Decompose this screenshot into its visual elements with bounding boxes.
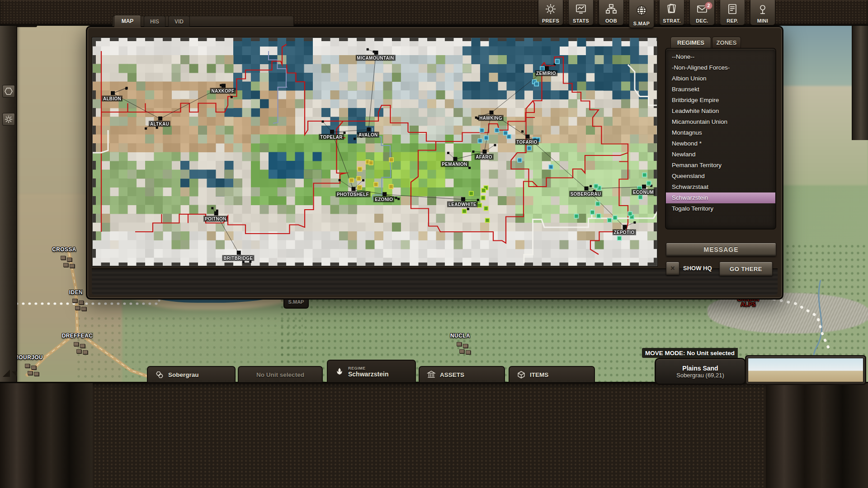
view-tab-map[interactable]: MAP [114,15,141,27]
toolbar-button-label: MINI [757,18,768,23]
tab-label: ASSETS [440,371,464,378]
tab-label: Sobergrau [168,371,199,378]
tab-label: Schwarzstein [348,371,388,377]
regime-list-item[interactable]: Newbond * [666,138,775,149]
toolbar-button-smap[interactable]: S.MAP [629,0,654,28]
show-hq-checkbox[interactable]: × [666,262,679,275]
report-icon [726,0,738,18]
regime-list-item[interactable]: Pemanan Territory [666,160,775,171]
toolbar-button-label: S.MAP [633,21,650,26]
strategic-map-window: MICAMOUNTAINALBIONNAXKOPFALTKAUTOPELARAV… [86,26,783,300]
hex-terrain: Plains Sand [682,365,718,372]
crate-icon [517,370,526,379]
toolbar-button-rep[interactable]: REP. [720,0,745,25]
view-tab-vid[interactable]: VID [168,16,190,27]
main-toolbar: PREFSSTATSOOBS.MAPSTRAT.DEC.2REP.MINI [538,0,775,28]
map-label-photoshelf[interactable]: PHOTOSHELF [335,191,370,197]
regime-list-item[interactable]: Montagnus [666,127,775,138]
globe-icon [636,0,647,21]
regime-list-item[interactable]: Micamountain Union [666,117,775,127]
hex-grid-toggle-button[interactable] [2,85,15,98]
map-label-zemirio[interactable]: ZEMIRIO [535,70,557,76]
map-label-albion[interactable]: ALBION [102,95,123,101]
map-label-zepotio[interactable]: ZEPOTIO [613,229,636,235]
scroll-corner-arrow[interactable] [12,371,17,377]
machinery-decor [0,383,93,488]
bottom-tab-items[interactable]: ITEMS [509,366,595,382]
toolbar-button-dec[interactable]: DEC.2 [689,0,715,25]
terrain-preview-image [748,358,863,382]
tab-regimes[interactable]: REGIMES [670,37,711,48]
regime-list-item[interactable]: Schwarzstein [666,192,775,203]
regime-list: --None---Non-Aligned Forces-Albion Union… [665,48,776,230]
scroll-corner-arrow[interactable] [3,370,10,377]
toolbar-button-stats[interactable]: STATS [568,0,594,25]
toolbar-button-prefs[interactable]: PREFS [538,0,563,25]
regime-list-item[interactable]: --None-- [666,52,775,62]
map-label-sobergrau[interactable]: SOBERGRAU [569,191,603,197]
map-settings-button[interactable] [2,113,15,126]
world-label-iden: IDEN [69,289,83,296]
hexagon-icon [5,87,13,95]
regime-list-item[interactable]: Albion Union [666,73,775,84]
toolbar-button-label: DEC. [696,18,708,23]
hex-location: Sobergrau (69,21) [676,372,724,379]
cards-icon [666,0,678,18]
map-label-britbridge[interactable]: BRITBRIDGE [222,255,254,261]
bottom-tab-schwarzstein[interactable]: REGIMESchwarzstein [327,360,416,382]
map-label-avalon[interactable]: AVALON [357,132,379,138]
tab-label: ITEMS [530,371,548,378]
tab-label: No Unit selected [256,371,304,378]
map-label-leadwhite[interactable]: LEADWHITE [447,202,478,207]
toolbar-button-label: REP. [726,18,738,23]
right-toolbar-rail [852,25,868,140]
toolbar-button-label: STATS [573,18,589,23]
world-label-nucla: NUCLA [450,333,470,339]
toolbar-button-mini[interactable]: MINI [750,0,775,25]
go-there-button[interactable]: GO THERE [719,262,773,276]
toolbar-button-label: OOB [605,18,617,23]
hex-info-plate: Plains Sand Sobergrau (69,21) [655,358,746,385]
map-label-naxkopf[interactable]: NAXKOPF [210,88,236,94]
world-label-mourjou: MOURJOU [14,354,43,361]
bank-icon [427,370,436,379]
toolbar-button-oob[interactable]: OOB [599,0,624,25]
map-label-econum[interactable]: ECONUM [632,189,655,195]
gear-icon [5,115,13,123]
regime-list-item[interactable]: Togalo Territory [666,203,775,214]
view-tab-his[interactable]: HIS [144,16,165,27]
toolbar-button-strat[interactable]: STRAT. [659,0,684,25]
world-label-dreffeac: DREFFEAC [62,333,93,339]
regime-list-item[interactable]: -Non-Aligned Forces- [666,62,775,73]
toolbar-button-label: PREFS [542,18,559,23]
org-chart-icon [605,0,617,18]
regime-list-item[interactable]: Newland [666,149,775,160]
regime-list-item[interactable]: Braunsekt [666,84,775,95]
tab-zones[interactable]: ZONES [712,37,741,48]
map-label-pemanion[interactable]: PEMANION [440,161,468,167]
map-label-altkau[interactable]: ALTKAU [149,121,170,127]
map-label-afaro[interactable]: AFARO [474,154,494,160]
gear-icon [545,0,557,18]
world-label-crossa: CROSSA [52,246,76,253]
regime-list-item[interactable]: Leadwhite Nation [666,106,775,117]
bottom-tab-sobergrau[interactable]: Sobergrau [147,366,236,382]
map-label-poitnon[interactable]: POITNON [203,216,228,221]
message-button[interactable]: MESSAGE [666,243,776,256]
bottom-tab-no-unit-selected[interactable]: No Unit selected [238,366,323,382]
regime-list-item[interactable]: Schwarzstaat [666,182,775,192]
left-toolbar-rail [0,25,17,383]
map-label-tofario[interactable]: TOFARIO [515,139,538,145]
map-label-topelar[interactable]: TOPELAR [319,134,344,140]
notification-badge: 2 [705,2,712,9]
strategic-map-labels: MICAMOUNTAINALBIONNAXKOPFALTKAUTOPELARAV… [92,37,657,266]
hex-terrain-preview [745,355,866,385]
map-label-ezonio[interactable]: EZONIO [373,197,394,202]
bottom-tab-assets[interactable]: ASSETS [419,366,505,382]
machinery-decor [766,383,868,488]
regime-list-item[interactable]: Britbridge Empire [666,95,775,106]
map-label-micamountain[interactable]: MICAMOUNTAIN [355,55,395,61]
bottom-panel [0,382,868,488]
regime-list-item[interactable]: Queensland [666,171,775,182]
map-label-hawking[interactable]: HAWKING [478,115,503,121]
